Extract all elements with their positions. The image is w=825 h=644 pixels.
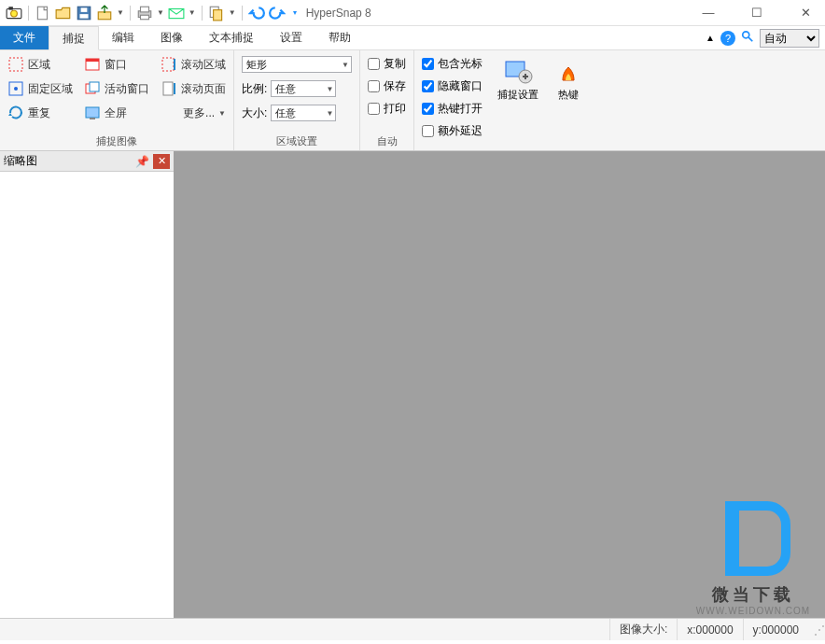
chk-include-cursor[interactable]: 包含光标 bbox=[422, 54, 482, 73]
panel-title: 缩略图 bbox=[4, 153, 134, 169]
btn-fullscreen[interactable]: 全屏 bbox=[84, 103, 149, 123]
svg-rect-13 bbox=[213, 9, 221, 20]
app-title: HyperSnap 8 bbox=[306, 7, 371, 20]
svg-rect-10 bbox=[140, 15, 148, 20]
shape-select[interactable]: 矩形▼ bbox=[242, 54, 352, 75]
svg-rect-25 bbox=[162, 58, 174, 71]
undo-icon[interactable] bbox=[248, 5, 265, 21]
qat-customize-icon[interactable]: ▾ bbox=[293, 8, 297, 17]
svg-rect-24 bbox=[90, 118, 95, 119]
svg-rect-20 bbox=[86, 59, 99, 62]
maximize-button[interactable]: ☐ bbox=[743, 6, 771, 20]
minimize-button[interactable]: — bbox=[694, 6, 722, 20]
thumbnail-panel: 缩略图 📌 ✕ bbox=[0, 151, 174, 618]
export-icon[interactable] bbox=[96, 5, 113, 21]
tab-file[interactable]: 文件 bbox=[0, 26, 49, 49]
svg-rect-22 bbox=[90, 82, 99, 91]
btn-active-window[interactable]: 活动窗口 bbox=[84, 78, 149, 99]
svg-point-14 bbox=[743, 32, 749, 38]
copy-icon[interactable] bbox=[208, 5, 225, 21]
group-label: 自动 bbox=[368, 133, 406, 148]
chk-save[interactable]: 保存 bbox=[368, 77, 406, 95]
svg-rect-9 bbox=[140, 7, 148, 12]
btn-capture-settings[interactable]: 捕捉设置 bbox=[494, 54, 542, 104]
btn-scroll-region[interactable]: 滚动区域 bbox=[161, 54, 226, 75]
svg-rect-7 bbox=[98, 11, 111, 19]
btn-region[interactable]: 区域 bbox=[7, 54, 73, 75]
btn-hotkeys[interactable]: 热键 bbox=[550, 54, 587, 104]
btn-scroll-page[interactable]: 滚动页面 bbox=[161, 78, 226, 99]
status-y: y:000000 bbox=[743, 619, 808, 640]
print-icon[interactable] bbox=[136, 5, 153, 21]
quick-access-toolbar: ▼ ▼ ▼ ▼ ▾ bbox=[6, 5, 297, 21]
ribbon: 区域 固定区域 重复 窗口 活动窗口 全屏 滚动区域 滚动页面 更多...▼ 捕… bbox=[0, 50, 825, 151]
svg-rect-3 bbox=[37, 7, 47, 20]
chk-copy[interactable]: 复制 bbox=[368, 54, 406, 73]
group-auto: 复制 保存 打印 自动 bbox=[360, 50, 414, 150]
svg-rect-16 bbox=[9, 58, 22, 71]
dropdown-icon[interactable]: ▼ bbox=[117, 8, 124, 17]
group-label: 捕捉图像 bbox=[7, 133, 226, 148]
group-region-settings: 矩形▼ 比例:任意▼ 大小:任意▼ 区域设置 bbox=[234, 50, 360, 150]
svg-line-15 bbox=[748, 37, 752, 41]
new-icon[interactable] bbox=[35, 5, 51, 21]
redo-icon[interactable] bbox=[269, 5, 286, 21]
open-icon[interactable] bbox=[55, 5, 72, 21]
svg-rect-5 bbox=[80, 14, 89, 19]
collapse-ribbon-icon[interactable]: ▲ bbox=[706, 33, 715, 43]
chk-hide-window[interactable]: 隐藏窗口 bbox=[422, 77, 482, 95]
btn-more[interactable]: 更多...▼ bbox=[161, 103, 226, 123]
help-icon[interactable]: ? bbox=[720, 31, 735, 46]
chk-hotkey-open[interactable]: 热键打开 bbox=[422, 99, 482, 118]
size-select[interactable]: 大小:任意▼ bbox=[242, 103, 352, 123]
zoom-select[interactable]: 自动 bbox=[760, 29, 819, 48]
dropdown-icon[interactable]: ▼ bbox=[189, 8, 196, 17]
camera-icon[interactable] bbox=[6, 5, 22, 21]
resize-grip-icon[interactable]: ⋰ bbox=[808, 623, 825, 637]
tab-image[interactable]: 图像 bbox=[147, 26, 196, 49]
dropdown-icon[interactable]: ▼ bbox=[229, 8, 236, 17]
svg-rect-23 bbox=[86, 107, 99, 118]
svg-rect-2 bbox=[8, 7, 13, 9]
title-bar: ▼ ▼ ▼ ▼ ▾ HyperSnap 8 — ☐ ✕ bbox=[0, 0, 825, 26]
tab-settings[interactable]: 设置 bbox=[267, 26, 315, 49]
tab-text-capture[interactable]: 文本捕捉 bbox=[196, 26, 267, 49]
search-icon[interactable] bbox=[741, 30, 754, 46]
status-bar: 图像大小: x:000000 y:000000 ⋰ bbox=[0, 618, 825, 640]
status-image-size-label: 图像大小: bbox=[609, 619, 677, 640]
svg-rect-26 bbox=[163, 82, 173, 95]
group-capture-image: 区域 固定区域 重复 窗口 活动窗口 全屏 滚动区域 滚动页面 更多...▼ 捕… bbox=[0, 50, 234, 150]
svg-point-18 bbox=[14, 87, 18, 91]
btn-repeat[interactable]: 重复 bbox=[7, 103, 73, 123]
canvas-area[interactable] bbox=[174, 151, 825, 618]
panel-header: 缩略图 📌 ✕ bbox=[0, 151, 174, 172]
tab-edit[interactable]: 编辑 bbox=[99, 26, 147, 49]
pin-icon[interactable]: 📌 bbox=[134, 155, 149, 168]
group-label: 区域设置 bbox=[242, 133, 352, 148]
tab-help[interactable]: 帮助 bbox=[315, 26, 364, 49]
svg-point-1 bbox=[11, 10, 18, 17]
close-button[interactable]: ✕ bbox=[791, 6, 819, 20]
chk-print[interactable]: 打印 bbox=[368, 99, 406, 118]
chk-extra-delay[interactable]: 额外延迟 bbox=[422, 121, 482, 140]
group-options: 包含光标 隐藏窗口 热键打开 额外延迟 捕捉设置 热键 bbox=[414, 50, 594, 150]
email-icon[interactable] bbox=[168, 5, 185, 21]
save-icon[interactable] bbox=[76, 5, 92, 21]
menu-bar: 文件 捕捉 编辑 图像 文本捕捉 设置 帮助 ▲ ? 自动 bbox=[0, 26, 825, 50]
svg-rect-6 bbox=[81, 7, 88, 12]
btn-window[interactable]: 窗口 bbox=[84, 54, 149, 75]
ratio-select[interactable]: 比例:任意▼ bbox=[242, 78, 352, 99]
status-x: x:000000 bbox=[677, 619, 742, 640]
dropdown-icon[interactable]: ▼ bbox=[157, 8, 164, 17]
panel-close-button[interactable]: ✕ bbox=[153, 154, 170, 169]
workspace: 缩略图 📌 ✕ bbox=[0, 151, 825, 618]
tab-capture[interactable]: 捕捉 bbox=[49, 26, 99, 50]
btn-fixed-region[interactable]: 固定区域 bbox=[7, 78, 73, 99]
window-controls: — ☐ ✕ bbox=[694, 6, 819, 20]
